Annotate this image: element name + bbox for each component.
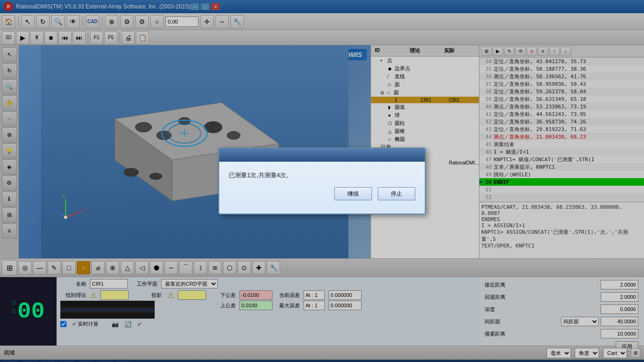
dialog-message: 已测量1次,共测量4次。 [229, 171, 415, 180]
dialog-overlay[interactable]: 已测量1次,共测量4次。 继续 停止 [0, 0, 644, 362]
dialog-box: 已测量1次,共测量4次。 继续 停止 [218, 148, 426, 214]
dialog-continue-button[interactable]: 继续 [334, 187, 372, 200]
dialog-buttons: 继续 停止 [229, 187, 415, 204]
dialog-stop-button[interactable]: 停止 [378, 187, 415, 200]
dialog-body: 已测量1次,共测量4次。 继续 停止 [219, 162, 425, 214]
dialog-titlebar [219, 148, 425, 162]
